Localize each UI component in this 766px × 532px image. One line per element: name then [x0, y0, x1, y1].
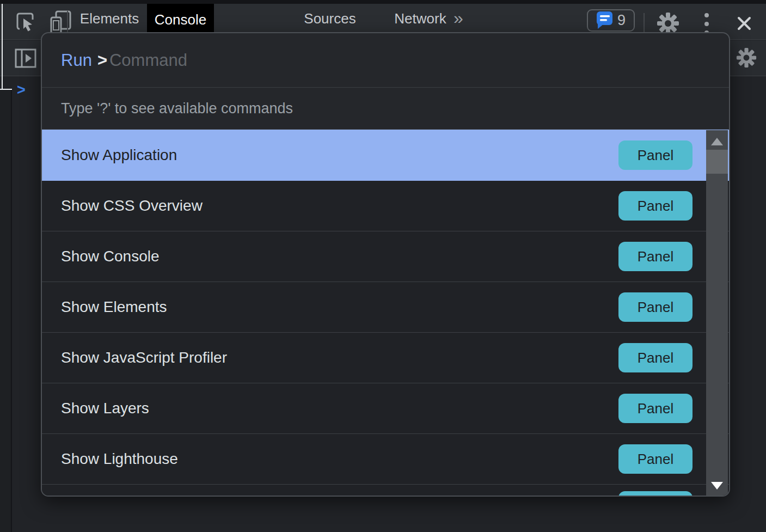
settings-button[interactable]: [657, 12, 679, 35]
console-settings-button[interactable]: [736, 47, 757, 69]
command-caret: >: [97, 51, 107, 70]
close-devtools-button[interactable]: [734, 13, 755, 34]
command-item-show-lighthouse[interactable]: Show Lighthouse Panel: [42, 434, 729, 485]
command-item-show-elements[interactable]: Show Elements Panel: [42, 282, 729, 333]
command-list-scrollbar[interactable]: [706, 130, 728, 496]
command-item-label: Show Elements: [61, 298, 618, 316]
command-item-show-layers[interactable]: Show Layers Panel: [42, 383, 729, 434]
menu-kebab-button[interactable]: [704, 13, 709, 35]
command-input-placeholder: Command: [109, 51, 187, 70]
inspect-cursor-icon: [15, 11, 36, 32]
panel-badge: Panel: [618, 140, 693, 170]
command-hint-text: Type '?' to see available commands: [61, 100, 293, 117]
window-top-strip: [0, 0, 766, 4]
page-edge-line-vertical: [2, 4, 3, 89]
scrollbar-thumb[interactable]: [706, 150, 728, 174]
scroll-up-arrow-icon[interactable]: [711, 138, 723, 145]
panel-badge: Panel: [618, 444, 693, 474]
command-item-label: Show Application: [61, 146, 618, 164]
panel-badge: Panel: [618, 242, 693, 271]
command-item-label: Show JavaScript Profiler: [61, 349, 618, 366]
command-item-label: Show Lighthouse: [61, 450, 618, 468]
page-edge-line-horizontal: [0, 89, 12, 90]
command-item-label: Show Console: [61, 248, 618, 265]
panel-badge: Panel: [618, 292, 693, 322]
tab-console[interactable]: Console: [147, 4, 214, 35]
command-item-show-css-overview[interactable]: Show CSS Overview Panel: [42, 181, 729, 231]
command-item-show-console[interactable]: Show Console Panel: [42, 231, 729, 282]
inspect-element-button[interactable]: [15, 11, 36, 33]
toolbar-divider: [644, 13, 645, 33]
tab-network[interactable]: Network: [394, 4, 446, 34]
command-item-label: Show CSS Overview: [61, 197, 618, 215]
issues-count: 9: [617, 12, 626, 29]
tab-sources[interactable]: Sources: [304, 4, 356, 34]
panel-badge: Panel: [618, 343, 693, 372]
command-hint-row: Type '?' to see available commands: [42, 88, 729, 130]
run-prefix-label: Run: [61, 51, 92, 70]
issues-chat-icon: [596, 11, 613, 30]
tab-elements[interactable]: Elements: [80, 4, 139, 34]
command-item-label: Show Layers: [61, 400, 618, 417]
page-edge-strip: [0, 90, 12, 532]
panel-badge: Panel: [618, 394, 693, 423]
command-item-partial[interactable]: [42, 485, 729, 497]
command-item-show-application[interactable]: Show Application Panel: [42, 130, 729, 181]
gear-icon: [657, 12, 679, 35]
toolbar-divider: [67, 11, 68, 34]
command-input-row[interactable]: Run > Command: [42, 33, 729, 88]
console-prompt-chevron[interactable]: >: [17, 82, 26, 99]
issues-counter-button[interactable]: 9: [587, 9, 635, 32]
command-list: Show Application Panel Show CSS Overview…: [42, 130, 729, 497]
command-menu-dialog: Run > Command Type '?' to see available …: [41, 32, 730, 497]
scroll-down-arrow-icon[interactable]: [711, 482, 723, 490]
console-sidebar-icon: [15, 48, 36, 68]
panel-badge: [618, 491, 693, 497]
more-tabs-button[interactable]: »: [454, 4, 463, 34]
show-console-sidebar-button[interactable]: [14, 47, 37, 69]
panel-badge: Panel: [618, 191, 693, 221]
command-item-show-javascript-profiler[interactable]: Show JavaScript Profiler Panel: [42, 333, 729, 383]
gear-icon: [736, 47, 757, 68]
close-icon: [735, 14, 753, 33]
